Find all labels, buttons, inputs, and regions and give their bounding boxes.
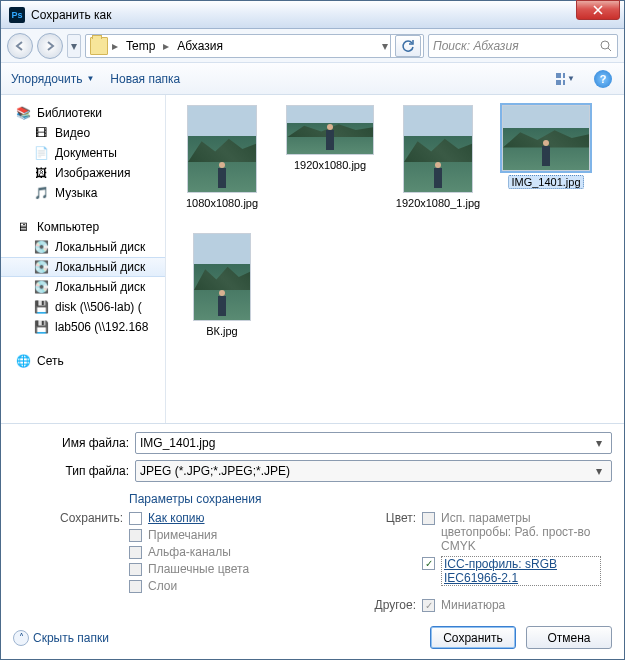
app-icon: Ps (9, 7, 25, 23)
nav-back-button[interactable] (7, 33, 33, 59)
icc-checkbox[interactable]: ✓ (422, 557, 435, 570)
tree-localdisk-2[interactable]: 💽Локальный диск (1, 257, 165, 277)
close-button[interactable] (576, 0, 620, 20)
thumb-checkbox: ✓ (422, 599, 435, 612)
save-button[interactable]: Сохранить (430, 626, 516, 649)
netdrive-icon: 💾 (33, 299, 49, 315)
filename-label: Имя файла: (13, 436, 129, 450)
alpha-label: Альфа-каналы (148, 545, 231, 559)
proof-checkbox (422, 512, 435, 525)
chevron-down-icon[interactable]: ▾ (591, 461, 607, 481)
as-copy-label[interactable]: Как копию (148, 511, 205, 525)
spot-checkbox (129, 563, 142, 576)
options-title: Параметры сохранения (43, 492, 364, 506)
folder-icon (90, 37, 108, 55)
document-icon: 📄 (33, 145, 49, 161)
breadcrumb-seg-current[interactable]: Абхазия (171, 35, 229, 57)
content-area: 📚Библиотеки 🎞Видео 📄Документы 🖼Изображен… (1, 95, 624, 423)
file-thumb[interactable]: 1920x1080.jpg (280, 105, 380, 225)
chevron-down-icon[interactable]: ▾ (382, 39, 388, 53)
file-name-label: 1080x1080.jpg (186, 197, 258, 209)
svg-rect-3 (556, 80, 561, 85)
tree-netdisk-1[interactable]: 💾disk (\\506-lab) ( (1, 297, 165, 317)
as-copy-checkbox[interactable] (129, 512, 142, 525)
music-icon: 🎵 (33, 185, 49, 201)
thumbnail-image (193, 233, 251, 321)
tree-video[interactable]: 🎞Видео (1, 123, 165, 143)
thumbnail-image (187, 105, 257, 193)
tree-libraries[interactable]: 📚Библиотеки (1, 103, 165, 123)
tree-localdisk-3[interactable]: 💽Локальный диск (1, 277, 165, 297)
nav-history-dropdown[interactable]: ▾ (67, 34, 81, 58)
libraries-icon: 📚 (15, 105, 31, 121)
svg-rect-1 (556, 73, 561, 78)
notes-label: Примечания (148, 528, 217, 542)
svg-rect-2 (563, 73, 565, 78)
layers-label: Слои (148, 579, 177, 593)
arrow-right-icon (44, 40, 56, 52)
organize-menu[interactable]: Упорядочить▼ (11, 72, 94, 86)
filetype-select[interactable]: JPEG (*.JPG;*.JPEG;*.JPE) ▾ (135, 460, 612, 482)
netdrive-icon: 💾 (33, 319, 49, 335)
nav-forward-button[interactable] (37, 33, 63, 59)
hide-folders-link[interactable]: ˄ Скрыть папки (13, 630, 109, 646)
file-gallery[interactable]: 1080x1080.jpg1920x1080.jpg1920х1080_1.jp… (166, 95, 624, 423)
color-label: Цвет: (372, 511, 416, 525)
tree-documents[interactable]: 📄Документы (1, 143, 165, 163)
tree-pane[interactable]: 📚Библиотеки 🎞Видео 📄Документы 🖼Изображен… (1, 95, 166, 423)
cancel-button[interactable]: Отмена (526, 626, 612, 649)
bottom-panel: Имя файла: IMG_1401.jpg ▾ Тип файла: JPE… (1, 423, 624, 659)
svg-point-0 (601, 41, 609, 49)
refresh-icon (401, 39, 415, 53)
new-folder-button[interactable]: Новая папка (110, 72, 180, 86)
tree-music[interactable]: 🎵Музыка (1, 183, 165, 203)
chevron-right-icon: ▸ (112, 39, 118, 53)
refresh-button[interactable] (395, 35, 421, 57)
other-label: Другое: (372, 598, 416, 612)
file-thumb[interactable]: 1920х1080_1.jpg (388, 105, 488, 225)
computer-icon: 🖥 (15, 219, 31, 235)
tree-netdisk-2[interactable]: 💾lab506 (\\192.168 (1, 317, 165, 337)
close-icon (592, 5, 604, 15)
tree-computer[interactable]: 🖥Компьютер (1, 217, 165, 237)
network-icon: 🌐 (15, 353, 31, 369)
svg-rect-4 (563, 80, 565, 85)
save-label: Сохранить: (43, 511, 123, 525)
thumbnail-image (286, 105, 374, 155)
tree-network[interactable]: 🌐Сеть (1, 351, 165, 371)
view-mode-button[interactable]: ▼ (554, 68, 576, 90)
video-icon: 🎞 (33, 125, 49, 141)
thumbnails-icon (555, 72, 565, 86)
breadcrumb-seg-temp[interactable]: Temp (120, 35, 161, 57)
icc-label[interactable]: ICC-профиль: sRGB IEC61966-2.1 (441, 556, 601, 586)
thumb-label: Миниатюра (441, 598, 505, 612)
toolbar: Упорядочить▼ Новая папка ▼ ? (1, 63, 624, 95)
filename-input[interactable]: IMG_1401.jpg ▾ (135, 432, 612, 454)
drive-icon: 💽 (33, 239, 49, 255)
file-thumb[interactable]: IMG_1401.jpg (496, 105, 596, 225)
file-thumb[interactable]: 1080x1080.jpg (172, 105, 272, 225)
file-name-label: ВК.jpg (206, 325, 237, 337)
notes-checkbox (129, 529, 142, 542)
chevron-right-icon: ▸ (163, 39, 169, 53)
window-title: Сохранить как (31, 8, 622, 22)
arrow-left-icon (14, 40, 26, 52)
tree-images[interactable]: 🖼Изображения (1, 163, 165, 183)
layers-checkbox (129, 580, 142, 593)
breadcrumb[interactable]: ▸ Temp ▸ Абхазия ▾ (85, 34, 424, 58)
help-button[interactable]: ? (592, 68, 614, 90)
filetype-label: Тип файла: (13, 464, 129, 478)
drive-icon: 💽 (33, 279, 49, 295)
search-input[interactable]: Поиск: Абхазия (428, 34, 618, 58)
chevron-down-icon[interactable]: ▾ (591, 433, 607, 453)
titlebar[interactable]: Ps Сохранить как (1, 1, 624, 29)
alpha-checkbox (129, 546, 142, 559)
proof-label: Исп. параметры цветопробы: Раб. прост-во… (441, 511, 601, 553)
search-icon (599, 39, 613, 53)
save-options: Параметры сохранения Сохранить:Как копию… (13, 488, 612, 614)
tree-localdisk-1[interactable]: 💽Локальный диск (1, 237, 165, 257)
file-name-label: IMG_1401.jpg (508, 175, 583, 189)
thumbnail-image (502, 105, 590, 171)
spot-label: Плашечные цвета (148, 562, 249, 576)
file-thumb[interactable]: ВК.jpg (172, 233, 272, 353)
